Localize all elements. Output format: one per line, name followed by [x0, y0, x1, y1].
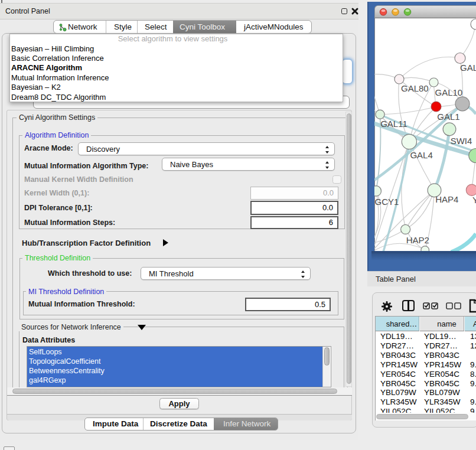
svg-text:SWI4: SWI4 — [451, 136, 472, 146]
svg-text:GAL1: GAL1 — [437, 112, 459, 122]
svg-text:GAL7: GAL7 — [460, 63, 476, 73]
svg-text:GAL10: GAL10 — [435, 87, 463, 97]
svg-text:GAL80: GAL80 — [401, 83, 429, 93]
svg-text:GAL4: GAL4 — [410, 150, 432, 160]
svg-text:Y: Y — [472, 195, 476, 205]
svg-text:HAP4: HAP4 — [435, 194, 458, 204]
svg-text:HAP2: HAP2 — [406, 235, 429, 245]
svg-text:GCY1: GCY1 — [375, 197, 399, 207]
svg-text:GAL11: GAL11 — [380, 119, 407, 129]
